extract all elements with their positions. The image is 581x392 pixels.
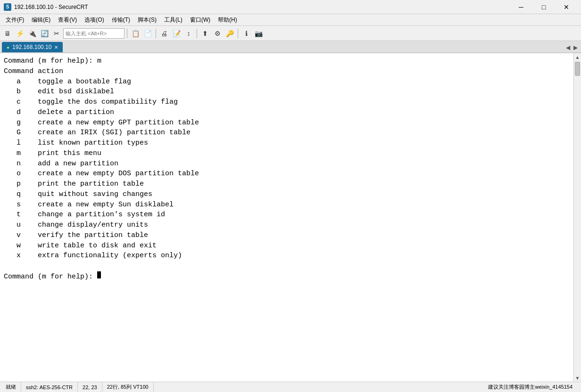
toolbar-separator-4	[238, 29, 238, 38]
toolbar-sftp[interactable]: ↕	[183, 28, 194, 39]
toolbar-disconnect[interactable]: 🔌	[26, 28, 38, 39]
menu-view[interactable]: 查看(V)	[54, 15, 81, 25]
menu-tools[interactable]: 工具(L)	[160, 15, 186, 25]
tab-bar: ● 192.168.100.10 ✕ ◀ ▶	[0, 41, 581, 53]
toolbar-new[interactable]: 🖥	[2, 28, 13, 39]
scroll-up[interactable]: ▲	[574, 53, 581, 61]
main-area: Command (m for help): m Command action a…	[0, 53, 581, 382]
maximize-button[interactable]: □	[533, 0, 555, 14]
menu-bar: 文件(F) 编辑(E) 查看(V) 选项(O) 传输(T) 脚本(S) 工具(L…	[0, 14, 581, 26]
toolbar-log[interactable]: 📝	[171, 28, 182, 39]
status-position: 22, 23	[78, 382, 102, 392]
title-text: 192.168.100.10 - SecureCRT	[14, 4, 510, 10]
tab-label: 192.168.100.10	[12, 44, 51, 50]
tab-close-button[interactable]: ✕	[54, 45, 58, 50]
toolbar-info[interactable]: ℹ	[241, 28, 252, 39]
toolbar-connect[interactable]: ⚡	[14, 28, 25, 39]
tab-navigation: ◀ ▶	[564, 44, 581, 52]
toolbar-delete[interactable]: ✂	[51, 28, 62, 39]
status-dimensions: 22行, 85列 VT100	[102, 382, 154, 392]
minimize-button[interactable]: ─	[510, 0, 532, 14]
toolbar-separator-3	[197, 29, 197, 38]
terminal-cursor	[97, 271, 101, 278]
scroll-thumb[interactable]	[575, 62, 580, 76]
toolbar-print[interactable]: 🖨	[158, 28, 170, 39]
menu-script[interactable]: 脚本(S)	[134, 15, 160, 25]
toolbar-capture[interactable]: 📷	[253, 28, 264, 39]
tab-prev[interactable]: ◀	[564, 44, 572, 51]
toolbar-reconnect[interactable]: 🔄	[39, 28, 50, 39]
status-encryption: ssh2: AES-256-CTR	[21, 382, 78, 392]
status-ready: 就绪	[4, 382, 21, 392]
toolbar-key[interactable]: 🔑	[224, 28, 235, 39]
menu-edit[interactable]: 编辑(E)	[28, 15, 54, 25]
toolbar-upload[interactable]: ⬆	[199, 28, 211, 39]
tab-next[interactable]: ▶	[572, 44, 579, 51]
menu-options[interactable]: 选项(O)	[81, 15, 108, 25]
toolbar-separator-1	[127, 29, 127, 38]
toolbar-separator-2	[156, 29, 156, 38]
close-button[interactable]: ✕	[556, 0, 577, 14]
status-extra: 建议关注博客园博主weixin_4145154	[154, 382, 577, 392]
scrollbar[interactable]: ▲ ▼	[573, 53, 581, 382]
toolbar: 🖥 ⚡ 🔌 🔄 ✂ 📋 📄 🖨 📝 ↕ ⬆ ⚙ 🔑 ℹ 📷	[0, 26, 581, 41]
toolbar-copy[interactable]: 📋	[130, 28, 141, 39]
toolbar-paste[interactable]: 📄	[142, 28, 153, 39]
menu-transfer[interactable]: 传输(T)	[108, 15, 134, 25]
menu-file[interactable]: 文件(F)	[2, 15, 28, 25]
tab-192-168-100-10[interactable]: ● 192.168.100.10 ✕	[2, 42, 63, 52]
menu-window[interactable]: 窗口(W)	[186, 15, 214, 25]
scroll-down[interactable]: ▼	[574, 374, 581, 382]
title-bar: S 192.168.100.10 - SecureCRT ─ □ ✕	[0, 0, 581, 14]
window-controls: ─ □ ✕	[510, 0, 577, 14]
menu-help[interactable]: 帮助(H)	[214, 15, 241, 25]
scroll-track[interactable]	[574, 61, 581, 374]
toolbar-settings[interactable]: ⚙	[212, 28, 223, 39]
app-icon: S	[4, 3, 11, 11]
host-input[interactable]	[63, 28, 124, 39]
status-bar: 就绪 ssh2: AES-256-CTR 22, 23 22行, 85列 VT1…	[0, 382, 581, 392]
terminal-output[interactable]: Command (m for help): m Command action a…	[0, 53, 573, 382]
